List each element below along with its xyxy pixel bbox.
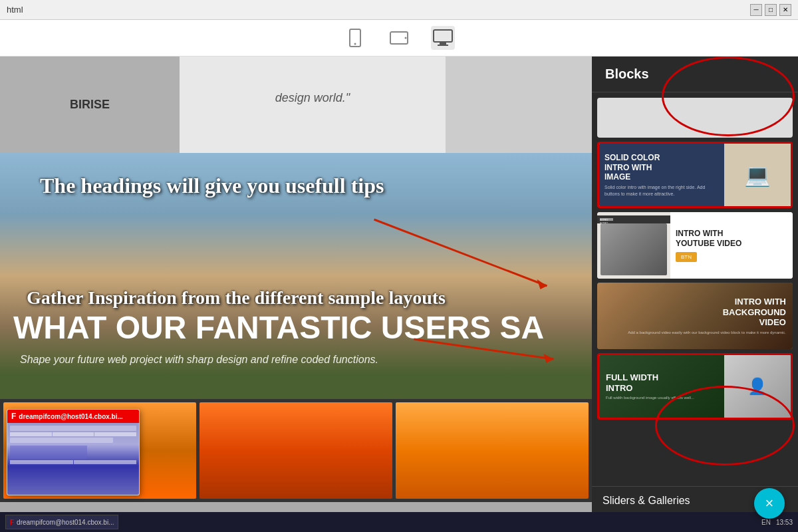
block-youtube-title: INTRO WITHYOUTUBE VIDEO — [676, 229, 787, 248]
block-youtube-info: INTRO WITHYOUTUBE VIDEO BTN — [670, 212, 793, 279]
block-item-partial[interactable] — [597, 98, 793, 138]
chat-overlay: F dreampifcom@host014.cbox.bi... — [7, 409, 140, 495]
preview-quote-text: design world." — [275, 91, 350, 105]
section-subheading: Shape your future web project with sharp… — [0, 354, 592, 366]
chat-row — [10, 426, 136, 431]
maximize-button[interactable]: □ — [765, 4, 777, 16]
block-youtube-intro[interactable]: INTRO INTRO INTRO WITHYOUTUBE VIDEO BTN — [597, 212, 793, 279]
title-bar: html ─ □ ✕ — [0, 0, 798, 20]
taskbar: F dreampifcom@host014.cbox.bi... EN 13:5… — [0, 512, 798, 532]
block-solid-title: SOLID COLORINTRO WITHIMAGE — [604, 153, 719, 182]
preview-center: design world." — [180, 91, 446, 118]
taskbar-left: F dreampifcom@host014.cbox.bi... — [5, 515, 118, 529]
chat-row-3 — [10, 446, 87, 459]
taskbar-app-item[interactable]: F dreampifcom@host014.cbox.bi... — [5, 515, 118, 529]
block-bgvideo-text: INTRO WITHBACKGROUNDVIDEO Add a backgrou… — [628, 297, 786, 336]
annotation-text-2: Gather Inspiration from the different sa… — [27, 286, 446, 310]
chat-cell — [94, 432, 136, 436]
window-title: html — [7, 5, 23, 15]
desktop-view-button[interactable] — [431, 26, 455, 50]
preview-top-section: BIRISE design world." — [0, 57, 592, 153]
annotation-text-1: The headings will give you usefull tips — [40, 173, 384, 198]
preview-nav-left: BIRISE — [0, 57, 180, 153]
minimize-button[interactable]: ─ — [750, 4, 762, 16]
taskbar-app-label: dreampifcom@host014.cbox.bi... — [17, 519, 114, 526]
youtube-mini-content — [600, 223, 667, 275]
chat-body — [7, 423, 139, 495]
block-youtube-preview: INTRO INTRO — [597, 212, 670, 279]
preview-thumb-2 — [200, 402, 392, 499]
youtube-mini-nav: INTRO INTRO — [597, 215, 670, 223]
block-solid-left: SOLID COLORINTRO WITHIMAGE Solid color i… — [599, 144, 724, 206]
taskbar-locale: EN — [761, 519, 771, 526]
chat-cell-2 — [10, 460, 73, 464]
website-preview: BIRISE design world." The headings will … — [0, 57, 592, 512]
preview-thumb-3 — [396, 402, 589, 499]
svg-rect-4 — [434, 30, 452, 42]
main-area: BIRISE design world." The headings will … — [0, 57, 798, 512]
preview-middle-section: The headings will give you usefull tips … — [0, 153, 592, 399]
canvas-area: BIRISE design world." The headings will … — [0, 57, 592, 512]
block-bgvideo-desc: Add a background video easily with our b… — [628, 330, 786, 335]
chat-header: F dreampifcom@host014.cbox.bi... — [7, 410, 139, 423]
block-full-width-intro[interactable]: 👤 FULL WIDTHINTRO Full width background … — [597, 353, 793, 420]
chat-table-row-2 — [10, 460, 136, 464]
chat-cell — [10, 432, 52, 436]
close-button[interactable]: ✕ — [779, 4, 791, 16]
block-solid-desc: Solid color intro with image on the righ… — [604, 184, 719, 196]
chat-table-row — [10, 432, 136, 436]
svg-rect-6 — [438, 45, 448, 46]
block-youtube-btn: BTN — [676, 252, 697, 262]
chat-cell — [53, 432, 94, 436]
block-fullwidth-text: FULL WIDTHINTRO Full width background im… — [606, 372, 694, 401]
tablet-view-button[interactable] — [387, 26, 411, 50]
svg-point-1 — [354, 43, 356, 45]
block-fullwidth-title: FULL WIDTHINTRO — [606, 372, 694, 393]
block-bgvideo-title: INTRO WITHBACKGROUNDVIDEO — [628, 297, 786, 328]
preview-brand-text: BIRISE — [70, 98, 110, 112]
blocks-list: SOLID COLORINTRO WITHIMAGE Solid color i… — [592, 92, 798, 486]
right-panel: Blocks SOLID COLORINTRO WITHIMAGE Solid … — [592, 57, 798, 512]
window-controls: ─ □ ✕ — [750, 4, 791, 16]
preview-bottom-section: F dreampifcom@host014.cbox.bi... — [0, 399, 592, 502]
taskbar-time: 13:53 — [776, 519, 793, 526]
svg-rect-5 — [440, 43, 446, 45]
chat-content — [7, 423, 139, 495]
mobile-view-button[interactable] — [343, 26, 367, 50]
section-heading: WHAT OUR FANTASTIC USERS SA — [0, 309, 592, 346]
block-fullwidth-desc: Full width background image usually effe… — [606, 396, 694, 401]
chat-title: dreampifcom@host014.cbox.bi... — [19, 413, 122, 420]
panel-title: Blocks — [592, 57, 798, 92]
chat-cell-3 — [74, 460, 137, 464]
svg-point-3 — [405, 37, 407, 39]
chat-row-2 — [10, 438, 113, 443]
taskbar-right: EN 13:53 — [761, 519, 793, 526]
preview-right — [446, 57, 592, 153]
block-bg-video-intro[interactable]: INTRO WITHBACKGROUNDVIDEO Add a backgrou… — [597, 283, 793, 349]
block-fullwidth-right-img: 👤 — [724, 355, 791, 418]
block-solid-right: 💻 — [724, 144, 791, 206]
view-toolbar — [0, 20, 798, 57]
block-solid-color-intro[interactable]: SOLID COLORINTRO WITHIMAGE Solid color i… — [597, 142, 793, 208]
